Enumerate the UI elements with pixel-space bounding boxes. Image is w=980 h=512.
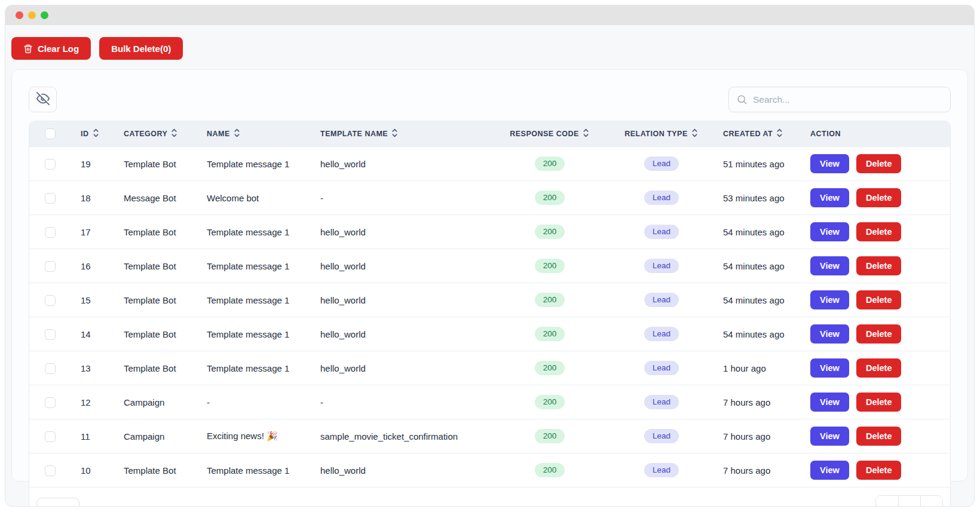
view-button[interactable]: View [810,427,849,446]
response-code-badge: 200 [535,395,565,409]
cell-created-at: 1 hour ago [715,351,802,385]
cell-category: Template Bot [115,249,198,283]
view-button[interactable]: View [810,461,849,480]
delete-button[interactable]: Delete [856,222,902,241]
cell-name: Template message 1 [198,351,312,385]
row-checkbox[interactable] [45,261,56,272]
view-button[interactable]: View [810,324,849,344]
view-button[interactable]: View [810,256,849,275]
view-button[interactable]: View [810,290,849,309]
select-all-checkbox[interactable] [45,128,56,139]
sort-icon[interactable] [233,131,241,139]
row-checkbox[interactable] [45,431,56,442]
sort-icon[interactable] [776,131,783,139]
cell-created-at: 7 hours ago [715,419,802,453]
cell-id: 13 [72,351,115,385]
response-code-badge: 200 [535,293,565,307]
response-code-badge: 200 [535,327,565,341]
row-checkbox[interactable] [45,159,56,170]
delete-button[interactable]: Delete [856,461,902,480]
maximize-window-button[interactable] [41,11,48,19]
view-button[interactable]: View [810,358,849,378]
response-code-badge: 200 [535,463,565,477]
toolbar: Clear Log Bulk Delete(0) [11,37,968,60]
showing-from: 1 [780,504,785,507]
view-button[interactable]: View [810,393,849,412]
row-checkbox[interactable] [45,363,56,374]
row-checkbox[interactable] [45,397,56,408]
relation-type-badge: Lead [644,293,679,307]
cell-id: 11 [72,419,115,453]
cell-id: 16 [72,249,115,283]
delete-button[interactable]: Delete [856,154,902,173]
cell-id: 12 [72,385,115,419]
delete-button[interactable]: Delete [856,188,902,207]
clear-log-button[interactable]: Clear Log [11,37,91,60]
row-checkbox[interactable] [45,295,56,306]
log-table-card: IDCATEGORYNAMETEMPLATE NAMERESPONSE CODE… [11,69,968,482]
eye-off-icon [36,92,50,107]
relation-type-badge: Lead [644,191,679,205]
column-header-template-name[interactable]: TEMPLATE NAME [312,121,491,147]
search-input[interactable] [728,87,951,112]
row-checkbox[interactable] [45,329,56,340]
relation-type-badge: Lead [644,225,679,239]
cell-name: Template message 1 [198,215,312,249]
page-size-value: 10 [45,504,56,507]
response-code-badge: 200 [535,429,565,443]
cell-category: Campaign [115,419,198,453]
chevron-down-icon [62,504,71,507]
row-checkbox[interactable] [45,227,56,238]
delete-button[interactable]: Delete [856,393,902,412]
double-chevron-right-icon [927,504,937,507]
column-header-category[interactable]: CATEGORY [115,121,198,147]
view-button[interactable]: View [810,222,849,241]
bulk-delete-button[interactable]: Bulk Delete(0) [99,37,183,60]
last-page-button[interactable] [920,496,942,507]
column-header-name[interactable]: NAME [198,121,312,147]
column-header-relation-type[interactable]: RELATION TYPE [608,121,715,147]
cell-category: Template Bot [115,215,198,249]
minimize-window-button[interactable] [28,11,36,19]
column-header-response-code[interactable]: RESPONSE CODE [491,121,608,147]
relation-type-badge: Lead [644,361,679,375]
cell-created-at: 7 hours ago [715,453,802,488]
row-checkbox[interactable] [45,465,56,476]
cell-id: 15 [72,283,115,317]
toggle-columns-button[interactable] [29,87,57,112]
table-row: 15 Template Bot Template message 1 hello… [29,283,950,317]
view-button[interactable]: View [810,154,849,173]
column-header-id[interactable]: ID [72,121,115,147]
delete-button[interactable]: Delete [856,256,902,275]
sort-icon[interactable] [582,131,590,139]
sort-icon[interactable] [170,131,178,139]
cell-template-name: hello_world [312,215,491,249]
row-checkbox[interactable] [45,193,56,204]
cell-template-name: hello_world [312,249,491,283]
cell-created-at: 51 minutes ago [715,147,802,181]
cell-name: Exciting news! 🎉 [198,419,312,453]
page-size-select[interactable]: 10 [36,498,79,507]
table-row: 17 Template Bot Template message 1 hello… [29,215,950,249]
relation-type-badge: Lead [644,463,679,477]
delete-button[interactable]: Delete [856,290,902,309]
sort-icon[interactable] [691,131,699,139]
pagination-area: Showing 1 to 10 of 17 Results 12 [743,495,943,507]
cell-name: Template message 1 [198,283,312,317]
cell-created-at: 54 minutes ago [715,317,802,351]
delete-button[interactable]: Delete [856,427,902,446]
column-header-created-at[interactable]: CREATED AT [715,121,802,147]
sort-icon[interactable] [391,131,399,139]
table-row: 12 Campaign - - 200 Lead 7 hours ago Vie… [29,385,950,419]
sort-icon[interactable] [92,131,100,139]
table-row: 19 Template Bot Template message 1 hello… [29,147,950,181]
browser-window: Clear Log Bulk Delete(0) [5,5,975,507]
close-window-button[interactable] [16,11,23,19]
page-button-1[interactable]: 1 [876,496,898,507]
delete-button[interactable]: Delete [856,324,902,344]
cell-id: 18 [72,181,115,215]
view-button[interactable]: View [810,188,849,207]
delete-button[interactable]: Delete [856,358,902,378]
page-button-2[interactable]: 2 [898,496,920,507]
window-titlebar [5,5,974,25]
